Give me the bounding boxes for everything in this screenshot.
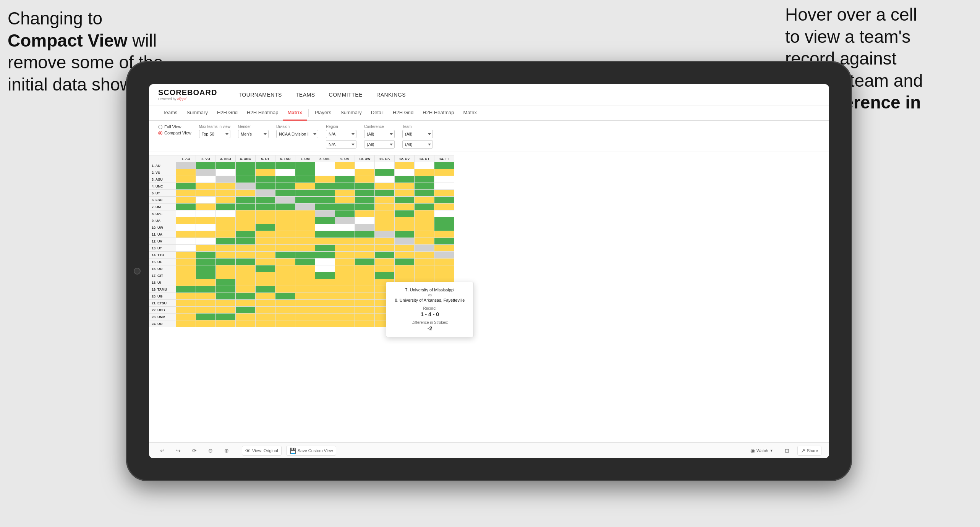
matrix-cell[interactable] (196, 286, 216, 293)
matrix-cell[interactable] (236, 279, 256, 286)
matrix-cell[interactable] (415, 217, 434, 224)
matrix-cell[interactable] (395, 183, 415, 190)
matrix-cell[interactable] (415, 176, 434, 183)
matrix-cell[interactable] (236, 224, 256, 231)
matrix-cell[interactable] (256, 286, 275, 293)
matrix-cell[interactable] (196, 265, 216, 272)
matrix-cell[interactable] (275, 204, 295, 210)
matrix-cell[interactable] (236, 197, 256, 204)
matrix-cell[interactable] (355, 293, 375, 300)
matrix-cell[interactable] (335, 293, 355, 300)
matrix-cell[interactable] (236, 252, 256, 259)
subnav-h2h-grid1[interactable]: H2H Grid (212, 105, 242, 121)
matrix-cell[interactable] (275, 197, 295, 204)
matrix-cell[interactable] (335, 190, 355, 197)
matrix-cell[interactable] (295, 162, 315, 169)
history-button[interactable]: ⟳ (189, 446, 200, 456)
matrix-cell[interactable] (355, 279, 375, 286)
matrix-cell[interactable] (275, 259, 295, 265)
matrix-cell[interactable] (415, 197, 434, 204)
matrix-cell[interactable] (395, 259, 415, 265)
matrix-cell[interactable] (196, 300, 216, 307)
matrix-cell[interactable] (375, 183, 395, 190)
matrix-cell[interactable] (176, 204, 196, 210)
matrix-cell[interactable] (295, 224, 315, 231)
matrix-cell[interactable] (256, 176, 275, 183)
matrix-cell[interactable] (295, 307, 315, 314)
matrix-cell[interactable] (315, 169, 335, 176)
matrix-cell[interactable] (295, 300, 315, 307)
matrix-cell[interactable] (196, 307, 216, 314)
matrix-cell[interactable] (256, 279, 275, 286)
matrix-cell[interactable] (196, 210, 216, 217)
matrix-cell[interactable] (355, 162, 375, 169)
matrix-cell[interactable] (256, 190, 275, 197)
matrix-cell[interactable] (275, 293, 295, 300)
matrix-cell[interactable] (216, 169, 236, 176)
matrix-cell[interactable] (375, 210, 395, 217)
matrix-cell[interactable] (315, 217, 335, 224)
matrix-cell[interactable] (216, 286, 236, 293)
matrix-cell[interactable] (216, 265, 236, 272)
matrix-cell[interactable] (196, 169, 216, 176)
matrix-cell[interactable] (176, 197, 196, 204)
matrix-cell[interactable] (434, 162, 454, 169)
matrix-cell[interactable] (216, 217, 236, 224)
matrix-cell[interactable] (236, 286, 256, 293)
matrix-cell[interactable] (315, 183, 335, 190)
matrix-cell[interactable] (196, 190, 216, 197)
matrix-cell[interactable] (434, 265, 454, 272)
matrix-cell[interactable] (275, 183, 295, 190)
matrix-cell[interactable] (176, 293, 196, 300)
matrix-cell[interactable] (355, 286, 375, 293)
matrix-cell[interactable] (395, 197, 415, 204)
matrix-cell[interactable] (395, 162, 415, 169)
matrix-cell[interactable] (216, 224, 236, 231)
matrix-cell[interactable] (176, 238, 196, 245)
matrix-cell[interactable] (196, 320, 216, 327)
view-original-button[interactable]: 👁 View: Original (242, 446, 282, 456)
matrix-cell[interactable] (256, 245, 275, 252)
matrix-cell[interactable] (335, 224, 355, 231)
matrix-cell[interactable] (415, 245, 434, 252)
matrix-cell[interactable] (176, 259, 196, 265)
matrix-cell[interactable] (236, 272, 256, 279)
matrix-cell[interactable] (256, 300, 275, 307)
matrix-cell[interactable] (315, 314, 335, 320)
matrix-cell[interactable] (256, 162, 275, 169)
subnav-matrix2[interactable]: Matrix (459, 105, 481, 121)
matrix-cell[interactable] (196, 224, 216, 231)
matrix-cell[interactable] (315, 252, 335, 259)
matrix-cell[interactable] (335, 210, 355, 217)
matrix-cell[interactable] (415, 252, 434, 259)
matrix-cell[interactable] (275, 286, 295, 293)
matrix-cell[interactable] (335, 265, 355, 272)
matrix-cell[interactable] (335, 307, 355, 314)
matrix-cell[interactable] (216, 279, 236, 286)
matrix-cell[interactable] (196, 259, 216, 265)
matrix-cell[interactable] (176, 320, 196, 327)
matrix-cell[interactable] (275, 217, 295, 224)
matrix-cell[interactable] (275, 162, 295, 169)
matrix-cell[interactable] (236, 300, 256, 307)
matrix-cell[interactable] (176, 176, 196, 183)
matrix-cell[interactable] (295, 169, 315, 176)
matrix-cell[interactable] (395, 252, 415, 259)
matrix-cell[interactable] (355, 265, 375, 272)
matrix-cell[interactable] (256, 320, 275, 327)
matrix-cell[interactable] (355, 169, 375, 176)
matrix-cell[interactable] (315, 279, 335, 286)
max-teams-select[interactable]: Top 50 (199, 130, 230, 138)
matrix-cell[interactable] (315, 320, 335, 327)
matrix-cell[interactable] (355, 217, 375, 224)
matrix-cell[interactable] (216, 314, 236, 320)
matrix-cell[interactable] (434, 169, 454, 176)
region-select1[interactable]: N/A (326, 130, 356, 138)
devices-button[interactable]: ⊡ (781, 446, 793, 456)
nav-tournaments[interactable]: TOURNAMENTS (238, 92, 282, 98)
matrix-cell[interactable] (216, 197, 236, 204)
watch-button[interactable]: ◉ Watch ▼ (747, 446, 777, 456)
undo-button[interactable]: ↩ (157, 446, 168, 456)
matrix-cell[interactable] (256, 252, 275, 259)
matrix-cell[interactable] (395, 210, 415, 217)
